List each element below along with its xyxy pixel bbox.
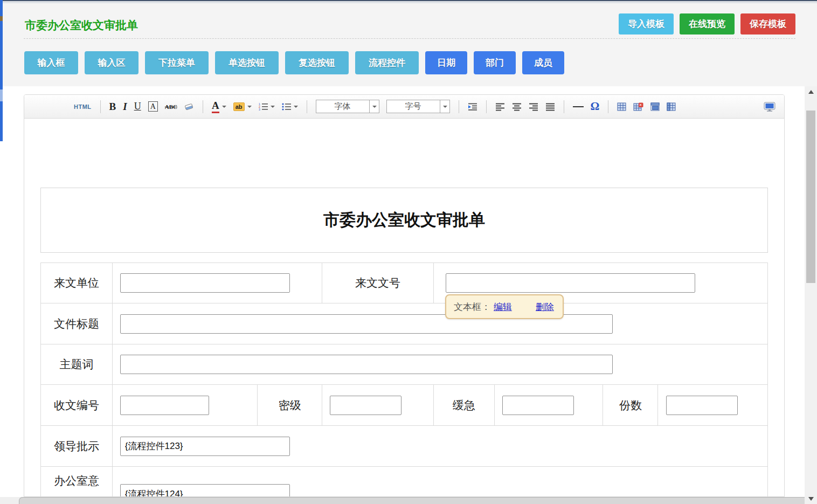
- scroll-up-button[interactable]: [805, 87, 817, 96]
- edit-field-link[interactable]: 编辑: [494, 301, 512, 313]
- table-row: 文件标题: [41, 303, 767, 344]
- dropdown-arrow[interactable]: [369, 100, 379, 113]
- cell-security-level: [322, 385, 434, 425]
- horizontal-rule-button[interactable]: [573, 106, 584, 107]
- align-center-button[interactable]: [512, 102, 522, 111]
- label-urgency: 缓急: [434, 385, 495, 425]
- toolbar-separator: [100, 100, 101, 113]
- align-justify-button[interactable]: [545, 102, 555, 111]
- add-checkbox-button[interactable]: 复选按钮: [285, 51, 349, 74]
- horizontal-scrollbar[interactable]: [19, 497, 805, 504]
- add-date-button[interactable]: 日期: [425, 51, 467, 74]
- font-size-select[interactable]: 字号: [386, 100, 450, 113]
- window-top-edge-shadow: [0, 1, 817, 3]
- subject-words-input[interactable]: [120, 355, 613, 374]
- align-center-icon: [512, 102, 522, 111]
- html-source-button[interactable]: HTML: [74, 103, 92, 110]
- chevron-down-icon: [222, 106, 226, 108]
- unordered-list-icon: [282, 102, 291, 111]
- special-char-button[interactable]: Ω: [591, 100, 600, 113]
- ordered-list-icon: 1 2 3: [259, 102, 268, 111]
- font-color-button[interactable]: A: [212, 100, 226, 113]
- toolbar-separator: [564, 100, 564, 113]
- office-opinion-flow-control[interactable]: [120, 484, 290, 497]
- urgency-input[interactable]: [502, 396, 574, 415]
- strikethrough-button[interactable]: ABC: [165, 103, 177, 110]
- import-template-button[interactable]: 导入模板: [619, 13, 674, 34]
- align-left-button[interactable]: [495, 102, 505, 111]
- cell-urgency: [495, 385, 604, 425]
- security-level-input[interactable]: [330, 396, 401, 415]
- table-row: 收文编号 密级 缓急 份数: [41, 385, 767, 426]
- save-template-button[interactable]: 保存模板: [740, 13, 795, 34]
- label-office-opinion: 办公室意: [41, 467, 113, 497]
- template-actions: 导入模板 在线预览 保存模板: [619, 13, 795, 34]
- dashed-divider: [24, 38, 795, 39]
- svg-text:×: ×: [640, 103, 642, 107]
- eraser-icon: [183, 101, 195, 112]
- insert-table-button[interactable]: [617, 102, 626, 111]
- scrollbar-thumb[interactable]: [806, 111, 815, 283]
- table-props-icon: [667, 102, 676, 111]
- table-row: 领导批示: [41, 426, 767, 467]
- arrow-down-icon: [808, 497, 814, 501]
- scroll-down-button[interactable]: [805, 494, 817, 503]
- bold-button[interactable]: B: [109, 101, 116, 113]
- highlight-color-button[interactable]: ab: [233, 102, 252, 111]
- delete-table-button[interactable]: ×: [633, 102, 643, 111]
- dropdown-arrow[interactable]: [440, 100, 449, 113]
- label-receipt-number: 收文编号: [41, 385, 113, 425]
- editor-canvas[interactable]: 市委办公室收文审批单 来文单位 来文文号: [24, 119, 784, 497]
- align-left-icon: [495, 102, 505, 111]
- content-area: HTML B I U A ABC A: [0, 86, 805, 497]
- add-input-box-button[interactable]: 输入框: [24, 51, 78, 74]
- table-cell-icon: [650, 102, 660, 111]
- label-doc-title: 文件标题: [41, 303, 113, 344]
- align-justify-icon: [545, 102, 555, 111]
- online-preview-button[interactable]: 在线预览: [680, 13, 735, 34]
- copies-input[interactable]: [666, 396, 738, 415]
- table-props-button[interactable]: [667, 102, 676, 111]
- delete-table-icon: ×: [633, 102, 643, 111]
- form-title: 市委办公室收文审批单: [323, 209, 485, 231]
- align-right-button[interactable]: [529, 102, 538, 111]
- add-radio-button[interactable]: 单选按钮: [215, 51, 279, 74]
- chevron-down-icon: [294, 106, 298, 108]
- italic-button[interactable]: I: [123, 101, 127, 113]
- receipt-number-input[interactable]: [120, 396, 209, 415]
- ordered-list-button[interactable]: 1 2 3: [259, 102, 275, 111]
- doc-number-input[interactable]: [446, 273, 695, 293]
- leader-comments-flow-control[interactable]: [120, 437, 290, 456]
- delete-field-link[interactable]: 删除: [536, 301, 554, 313]
- incoming-unit-input[interactable]: [120, 273, 290, 293]
- cell-subject-words: [113, 344, 767, 384]
- unordered-list-button[interactable]: [282, 102, 298, 111]
- indent-button[interactable]: [468, 102, 477, 111]
- table-row: 来文单位 来文文号: [41, 263, 767, 303]
- background-sidebar-fragment: [0, 0, 3, 141]
- add-flow-control-button[interactable]: 流程控件: [355, 51, 419, 74]
- add-department-button[interactable]: 部门: [474, 51, 516, 74]
- label-doc-number: 来文文号: [322, 263, 434, 303]
- add-textarea-button[interactable]: 输入区: [85, 51, 139, 74]
- svg-text:3: 3: [259, 108, 260, 111]
- fullscreen-button[interactable]: [764, 102, 776, 112]
- underline-button[interactable]: U: [134, 101, 141, 112]
- indent-icon: [468, 102, 477, 111]
- remove-format-button[interactable]: [184, 102, 194, 111]
- bottom-edge-bar: [0, 497, 805, 504]
- format-button[interactable]: A: [148, 101, 158, 112]
- page-title: 市委办公室收文审批单: [25, 18, 138, 33]
- add-member-button[interactable]: 成员: [522, 51, 564, 74]
- toolbar-separator: [459, 100, 459, 113]
- font-family-select[interactable]: 字体: [316, 100, 379, 113]
- add-dropdown-button[interactable]: 下拉菜单: [145, 51, 209, 74]
- table-row: 主题词: [41, 344, 767, 385]
- align-right-icon: [529, 102, 538, 111]
- rich-text-editor: HTML B I U A ABC A: [24, 94, 785, 497]
- label-security-level: 密级: [258, 385, 322, 425]
- cell-copies: [658, 385, 767, 425]
- vertical-scrollbar[interactable]: [805, 86, 817, 504]
- tooltip-label: 文本框：: [454, 301, 490, 313]
- table-cell-props-button[interactable]: [650, 102, 660, 111]
